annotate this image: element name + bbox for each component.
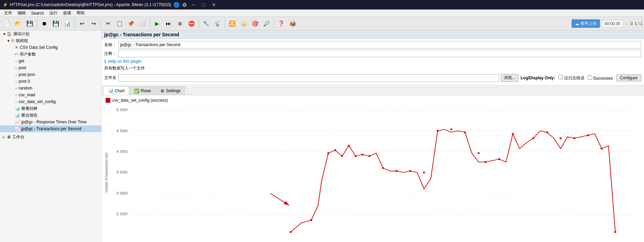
- svg-point-18: [341, 155, 343, 157]
- response-icon: 📈: [15, 120, 20, 124]
- cut-btn[interactable]: ✂: [103, 18, 113, 29]
- sidebar-item-post-json[interactable]: ⬦ post-json: [0, 71, 101, 78]
- comment-input[interactable]: [118, 50, 641, 57]
- save-btn[interactable]: 💾: [24, 18, 35, 29]
- sidebar-item-get[interactable]: ⬦ get: [0, 58, 101, 64]
- tab-rows[interactable]: ✅ Rows: [130, 86, 155, 95]
- plan-icon: 🏠: [7, 32, 12, 36]
- svg-point-14: [290, 231, 292, 233]
- svg-point-23: [382, 167, 384, 169]
- browse-btn[interactable]: 浏览...: [501, 74, 518, 82]
- maximize-btn[interactable]: □: [199, 1, 208, 8]
- stop-btn[interactable]: ⏹: [175, 18, 185, 29]
- tab-chart[interactable]: 📊 Chart: [104, 86, 129, 95]
- sidebar-item-csv-data-set[interactable]: ✕ CSV Data Set Config: [0, 44, 101, 51]
- clear-btn[interactable]: ⬜: [137, 18, 148, 29]
- start-btn[interactable]: ▶: [152, 18, 162, 29]
- sidebar-item-user-params[interactable]: ↩ 用户参数: [0, 51, 101, 58]
- sep5: [199, 19, 199, 28]
- postjson-icon: ⬦: [15, 72, 17, 77]
- comment-label: 注释：: [104, 51, 116, 57]
- menu-edit[interactable]: 编辑: [15, 9, 28, 17]
- file-input[interactable]: [118, 74, 499, 82]
- sidebar-item-thread-group[interactable]: ▼ ⚙ 线程组: [0, 37, 101, 44]
- report-btn[interactable]: 📊: [62, 18, 73, 29]
- sidebar-item-aggregate-report[interactable]: 📊 聚合报告: [0, 112, 101, 119]
- post3-label: post-3: [19, 79, 30, 84]
- menu-file[interactable]: 文件: [1, 9, 15, 17]
- sidebar-item-workbench[interactable]: ▷ 🖥 工作台: [0, 134, 101, 140]
- tab-settings[interactable]: ⚙ Settings: [156, 86, 185, 95]
- titlebar: ⚡ HTTPGet.jmx (C:\Users\admin\Desktop\jB…: [0, 0, 644, 9]
- sidebar-item-transactions[interactable]: 📈 jp@gc - Transactions per Second: [0, 125, 101, 132]
- plugin-btn[interactable]: 📦: [287, 18, 298, 29]
- record-btn[interactable]: ⏺: [39, 18, 50, 29]
- arrow-workbench: ▷: [3, 135, 7, 139]
- successes-checkbox[interactable]: [588, 75, 592, 80]
- svg-point-32: [498, 158, 500, 160]
- tool3-btn[interactable]: 🎯: [250, 18, 261, 29]
- svg-text:3 500: 3 500: [116, 170, 128, 175]
- sidebar-item-random[interactable]: ⬦ random: [0, 85, 101, 92]
- sidebar-item-plan[interactable]: ▼ 🏠 测试计划: [0, 31, 101, 37]
- form-area: 名称： 注释： ℹ Help on this plugin 所有数据写入一个文件…: [102, 39, 644, 85]
- menu-help[interactable]: 帮助: [74, 9, 87, 17]
- redo-btn[interactable]: ↪: [88, 18, 99, 29]
- tool2-btn[interactable]: 🔱: [238, 18, 249, 29]
- rows-tab-icon: ✅: [134, 88, 139, 94]
- remote-stop-btn[interactable]: 📡: [212, 18, 223, 29]
- start-no-pause-btn[interactable]: ⏭: [163, 18, 174, 29]
- minimize-btn[interactable]: ─: [189, 1, 198, 8]
- svg-point-35: [546, 132, 548, 133]
- help-link[interactable]: Help on this plugin: [108, 59, 141, 64]
- menu-run[interactable]: 运行: [47, 9, 60, 17]
- rows-tab-label: Rows: [141, 88, 151, 93]
- svg-point-30: [478, 152, 480, 154]
- arrow-plan: ▼: [3, 32, 7, 36]
- user-icon: ↩: [15, 52, 18, 57]
- menu-options[interactable]: 选项: [60, 9, 74, 17]
- options-row: Log/Display Only: 仅日志错误 Successes Config…: [520, 75, 641, 81]
- menu-search[interactable]: Search: [28, 10, 47, 16]
- copy-btn[interactable]: 📋: [114, 18, 125, 29]
- remote-start-btn[interactable]: 🔧: [201, 18, 212, 29]
- svg-point-29: [464, 132, 466, 133]
- agg-tree-icon: 📊: [15, 106, 20, 111]
- open-btn[interactable]: 📂: [13, 18, 24, 29]
- tool4-btn[interactable]: 🔎: [261, 18, 272, 29]
- svg-text:4 000: 4 000: [116, 149, 128, 154]
- content-title-text: jp@gc - Transactions per Second: [104, 32, 179, 37]
- svg-point-17: [334, 149, 336, 151]
- sidebar-item-post[interactable]: ⬦ post: [0, 64, 101, 71]
- svg-point-34: [532, 137, 534, 139]
- shutdown-btn[interactable]: ⛔: [186, 18, 197, 29]
- help-btn[interactable]: ❓: [276, 18, 287, 29]
- paste-btn[interactable]: 📌: [126, 18, 136, 29]
- sidebar-item-post3[interactable]: ⬦ post-3: [0, 78, 101, 85]
- close-btn[interactable]: ✕: [209, 1, 219, 8]
- title-icon: ⚡: [3, 2, 8, 7]
- undo-btn[interactable]: ↩: [76, 18, 87, 29]
- svg-point-36: [560, 137, 562, 139]
- upload-btn[interactable]: ☁ 插件上传: [572, 19, 600, 28]
- svg-point-21: [361, 154, 363, 156]
- error-count: 0: [630, 21, 633, 26]
- sidebar-item-csv-data-set-config[interactable]: ⬦ csv_data_set_config: [0, 98, 101, 105]
- settings-icon[interactable]: ⚙: [182, 2, 187, 8]
- svg-text:2 500: 2 500: [116, 212, 128, 216]
- sidebar-item-csv-read[interactable]: ⬦ csv_read: [0, 92, 101, 98]
- svg-point-38: [587, 135, 589, 136]
- svg-point-31: [485, 161, 487, 163]
- sidebar-item-aggregate-tree[interactable]: 📊 聚番结树: [0, 105, 101, 112]
- new-btn[interactable]: 📄: [1, 18, 12, 29]
- warning-icon: ⚠: [625, 21, 628, 26]
- name-input[interactable]: [118, 41, 641, 48]
- save2-btn[interactable]: 💾: [50, 18, 61, 29]
- sidebar-item-response-times[interactable]: 📈 jp@gc - Response Times Over Time: [0, 119, 101, 125]
- configure-btn[interactable]: Configure: [616, 75, 641, 81]
- sidebar: ▼ 🏠 测试计划 ▼ ⚙ 线程组 ✕ CSV Data Set Config ↩…: [0, 31, 102, 242]
- only-errors-label: 仅日志错误: [558, 75, 584, 81]
- help-row: ℹ Help on this plugin: [104, 59, 641, 64]
- tool1-btn[interactable]: 🔀: [227, 18, 238, 29]
- only-errors-checkbox[interactable]: [558, 75, 563, 79]
